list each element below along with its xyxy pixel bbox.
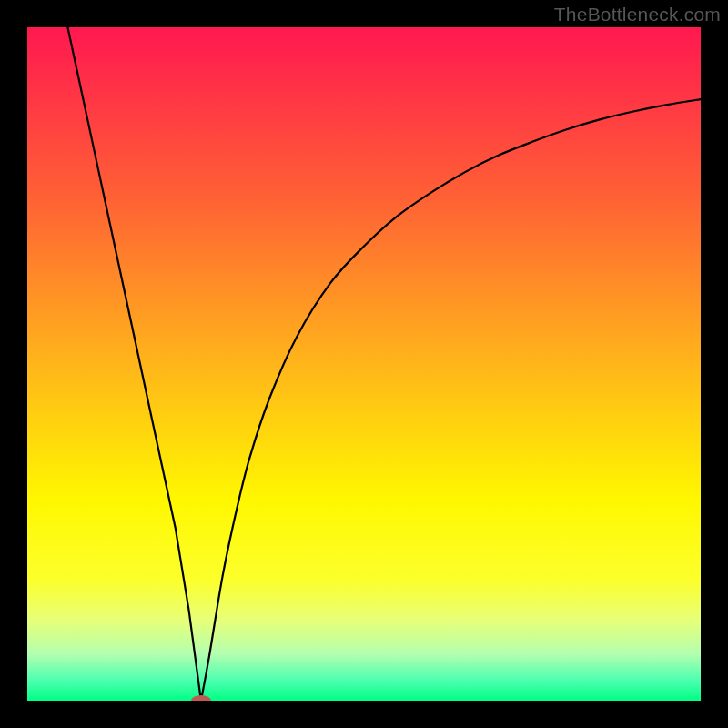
optimal-marker <box>191 695 211 701</box>
bottleneck-curve <box>27 27 701 701</box>
plot-area <box>27 27 701 701</box>
watermark-label: TheBottleneck.com <box>554 4 721 25</box>
chart-frame: TheBottleneck.com <box>0 0 728 728</box>
